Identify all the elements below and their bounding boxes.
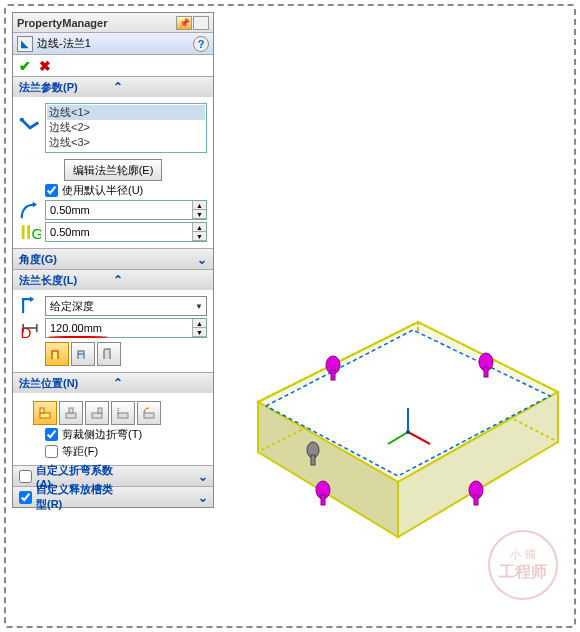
svg-rect-31 xyxy=(144,413,154,418)
radius1-input[interactable]: ▲▼ xyxy=(45,200,207,220)
radius2-input[interactable]: ▲▼ xyxy=(45,222,207,242)
spin-up[interactable]: ▲ xyxy=(193,223,206,232)
length-ref-tangent-button[interactable] xyxy=(97,342,121,366)
svg-rect-10 xyxy=(321,495,325,505)
pos-material-outside-button[interactable] xyxy=(59,401,83,425)
length-dimension-icon: D xyxy=(19,318,41,338)
svg-rect-27 xyxy=(92,413,102,418)
chevron-down-icon: ⌃ xyxy=(122,469,208,483)
section-header-position[interactable]: 法兰位置(N) ⌃ xyxy=(13,373,213,393)
custom-relief-type-checkbox[interactable] xyxy=(19,491,32,504)
section-header-params[interactable]: 法兰参数(P) ⌃ xyxy=(13,77,213,97)
help-icon[interactable]: ? xyxy=(193,36,209,52)
pm-title: PropertyManager xyxy=(17,17,176,29)
svg-rect-24 xyxy=(40,408,44,413)
end-condition-icon xyxy=(19,296,41,316)
equal-offset-checkbox[interactable] xyxy=(45,445,58,458)
pm-header: PropertyManager 📌 xyxy=(13,13,213,33)
ok-cancel-bar: ✔ ✖ xyxy=(13,55,213,77)
custom-bend-allowance-checkbox[interactable] xyxy=(19,470,32,483)
annotation-mark xyxy=(48,336,108,338)
panel-menu-icon[interactable] xyxy=(193,16,209,30)
watermark: 小 國 工程师 xyxy=(488,530,558,600)
svg-rect-29 xyxy=(118,413,128,418)
trim-side-bends-checkbox[interactable] xyxy=(45,428,58,441)
spin-up[interactable]: ▲ xyxy=(193,201,206,210)
pos-material-inside-button[interactable] xyxy=(33,401,57,425)
pushpin-icon[interactable]: 📌 xyxy=(176,16,192,30)
section-header-angle[interactable]: 角度(G) ⌃ xyxy=(13,249,213,269)
svg-rect-12 xyxy=(474,495,478,505)
chevron-down-icon: ⌃ xyxy=(113,252,207,266)
svg-rect-14 xyxy=(311,455,315,465)
ok-button[interactable]: ✔ xyxy=(19,58,31,74)
pos-virtual-sharp-button[interactable] xyxy=(111,401,135,425)
spin-down[interactable]: ▼ xyxy=(193,232,206,241)
spin-down[interactable]: ▼ xyxy=(193,328,206,337)
section-header-length[interactable]: 法兰长度(L) ⌃ xyxy=(13,270,213,290)
pos-bend-tangent-button[interactable] xyxy=(137,401,161,425)
use-default-radius-checkbox[interactable] xyxy=(45,184,58,197)
edge-flange-icon: ◣ xyxy=(17,36,33,52)
svg-rect-25 xyxy=(66,413,76,418)
cancel-button[interactable]: ✖ xyxy=(39,58,51,74)
chevron-down-icon: ⌃ xyxy=(122,490,208,504)
spin-up[interactable]: ▲ xyxy=(193,319,206,328)
svg-text:D: D xyxy=(20,324,31,339)
end-condition-dropdown[interactable]: 给定深度 xyxy=(45,296,207,316)
edit-flange-profile-button[interactable]: 编辑法兰轮廓(E) xyxy=(64,159,163,181)
pos-bend-outside-button[interactable] xyxy=(85,401,109,425)
section-header-custom-relief[interactable]: 自定义释放槽类型(R) ⌃ xyxy=(13,487,213,507)
spin-down[interactable]: ▼ xyxy=(193,210,206,219)
chevron-up-icon: ⌃ xyxy=(113,80,207,94)
length-ref-outer-button[interactable] xyxy=(45,342,69,366)
bend-radius-icon xyxy=(19,200,41,220)
svg-rect-28 xyxy=(98,408,102,413)
svg-rect-26 xyxy=(69,408,73,413)
svg-rect-23 xyxy=(40,413,50,418)
svg-point-18 xyxy=(406,430,410,434)
gap-distance-icon: G xyxy=(19,222,41,242)
feature-name-bar: ◣ 边线-法兰1 ? xyxy=(13,33,213,55)
feature-name: 边线-法兰1 xyxy=(37,36,91,51)
svg-rect-8 xyxy=(484,367,488,377)
svg-text:G: G xyxy=(31,225,41,242)
svg-point-19 xyxy=(20,118,24,122)
property-manager-panel: PropertyManager 📌 ◣ 边线-法兰1 ? ✔ ✖ 法兰参数(P)… xyxy=(12,12,214,508)
pm-pin-buttons[interactable]: 📌 xyxy=(176,16,209,30)
edge-listbox[interactable]: 边线<1> 边线<2> 边线<3> xyxy=(45,103,207,153)
length-value-input[interactable]: ▲▼ xyxy=(45,318,207,338)
chevron-up-icon: ⌃ xyxy=(113,376,207,390)
viewport-3d[interactable]: 小 國 工程师 xyxy=(218,12,568,620)
length-ref-inner-button[interactable] xyxy=(71,342,95,366)
chevron-up-icon: ⌃ xyxy=(113,273,207,287)
edge-select-icon xyxy=(19,118,41,138)
svg-rect-6 xyxy=(331,370,335,380)
